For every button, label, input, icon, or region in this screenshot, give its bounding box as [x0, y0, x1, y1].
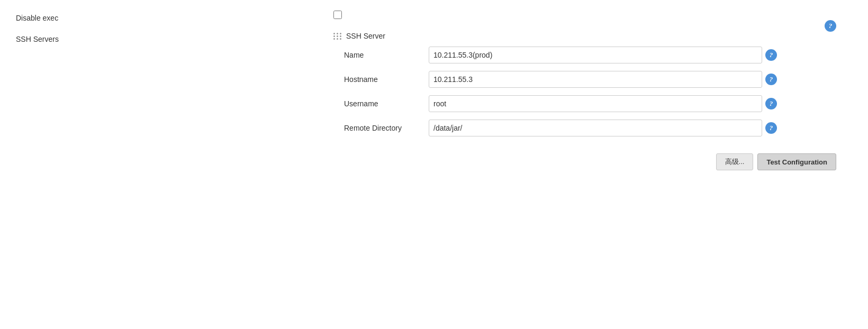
drag-handle-icon[interactable]: [333, 33, 342, 40]
hostname-label: Hostname: [344, 75, 429, 84]
username-help-icon[interactable]: ?: [765, 98, 777, 109]
remote-directory-field-row: Remote Directory ?: [344, 120, 852, 136]
ssh-server-block: SSH Server Name ? Hostname ?: [333, 32, 852, 144]
page-container: ? Disable exec SSH Servers: [0, 0, 868, 329]
hostname-help-icon[interactable]: ?: [765, 74, 777, 85]
username-input[interactable]: [429, 95, 762, 112]
disable-exec-control: [333, 11, 852, 19]
remote-directory-label: Remote Directory: [344, 124, 429, 132]
main-content: ? Disable exec SSH Servers: [16, 11, 852, 170]
advanced-button[interactable]: 高级...: [716, 153, 754, 170]
ssh-servers-control: SSH Server Name ? Hostname ?: [333, 32, 852, 144]
name-field-row: Name ?: [344, 47, 852, 63]
disable-exec-checkbox[interactable]: [333, 11, 342, 19]
hostname-input[interactable]: [429, 71, 762, 88]
remote-directory-input[interactable]: [429, 120, 762, 136]
disable-exec-label: Disable exec: [16, 11, 333, 22]
buttons-row: 高级... Test Configuration: [16, 153, 852, 170]
ssh-server-title: SSH Server: [346, 32, 385, 40]
name-input[interactable]: [429, 47, 762, 63]
username-label: Username: [344, 99, 429, 108]
username-field-row: Username ?: [344, 95, 852, 112]
name-label: Name: [344, 51, 429, 59]
ssh-servers-label: SSH Servers: [16, 32, 333, 43]
test-configuration-button[interactable]: Test Configuration: [757, 153, 836, 170]
disable-exec-row: Disable exec: [16, 11, 852, 22]
name-help-icon[interactable]: ?: [765, 49, 777, 61]
hostname-field-row: Hostname ?: [344, 71, 852, 88]
ssh-server-header: SSH Server: [333, 32, 852, 40]
ssh-servers-row: SSH Servers: [16, 32, 852, 144]
remote-directory-help-icon[interactable]: ?: [765, 122, 777, 134]
top-help-icon[interactable]: ?: [825, 20, 836, 32]
